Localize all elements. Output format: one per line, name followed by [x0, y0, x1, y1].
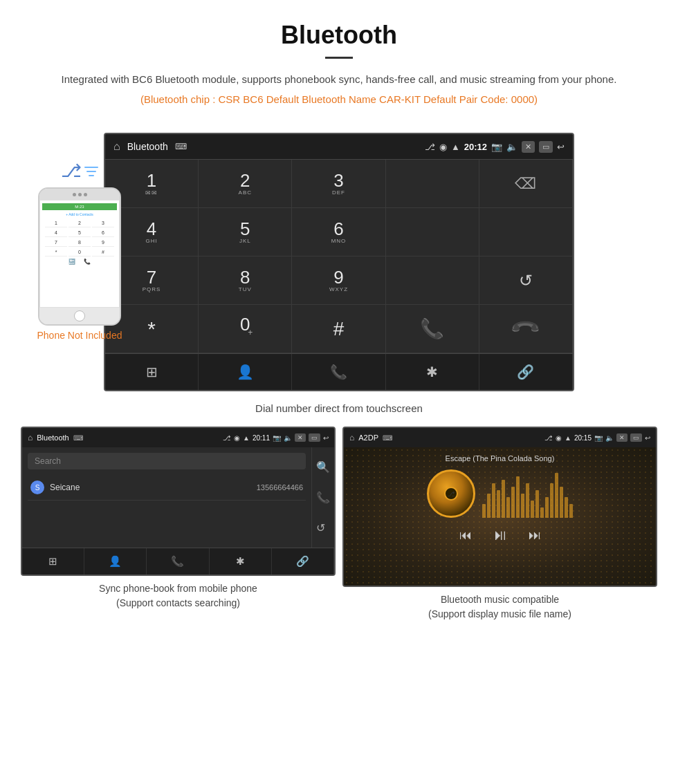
pb-cam-icon[interactable]: 📷 — [273, 434, 281, 442]
dial-key-9[interactable]: 9 WXYZ — [292, 256, 385, 305]
nav-phone[interactable]: 📞 — [292, 354, 385, 390]
pb-back-icon[interactable]: ↩ — [323, 434, 329, 442]
pb-call-icon[interactable]: 📞 — [316, 491, 330, 504]
nav-bluetooth[interactable]: ✱ — [386, 354, 479, 390]
music-usb-icon: ⌨ — [383, 434, 392, 442]
music-time: 20:15 — [574, 434, 592, 442]
bluetooth-status-icon: ⎇ — [425, 142, 435, 152]
phone-image-area: ⎇ M:23 + Add to Contacts 123 — [21, 160, 138, 341]
music-body: Escape (The Pina Colada Song) ⎇ — [344, 447, 656, 586]
signal-icon: ▲ — [451, 142, 460, 152]
music-cam-icon[interactable]: 📷 — [594, 434, 603, 442]
contact-name: Seicane — [50, 483, 257, 492]
main-screen-section: ⎇ M:23 + Add to Contacts 123 — [0, 133, 678, 391]
nav-link[interactable]: 🔗 — [479, 354, 573, 390]
music-disc: ⎇ — [427, 469, 475, 518]
pb-title: Bluetooth — [37, 433, 68, 442]
music-screen: ⌂ A2DP ⌨ ⎇ ◉ ▲ 20:15 📷 🔈 ✕ ▭ ↩ — [342, 427, 657, 587]
back-icon[interactable]: ↩ — [557, 142, 565, 152]
dial-key-hash[interactable]: # — [292, 305, 385, 353]
volume-icon[interactable]: 🔈 — [506, 142, 517, 152]
contact-number: 13566664466 — [257, 483, 303, 492]
pb-loc-icon: ◉ — [234, 434, 240, 442]
pb-sync-icon[interactable]: ↺ — [316, 521, 330, 534]
backspace-button[interactable]: ⌫ — [479, 160, 573, 208]
music-home-icon[interactable]: ⌂ — [349, 433, 354, 442]
nav-dialpad[interactable]: ⊞ — [105, 354, 199, 390]
search-bar[interactable]: Search — [28, 453, 306, 469]
location-icon: ◉ — [439, 142, 447, 152]
music-vol-icon[interactable]: 🔈 — [605, 434, 614, 442]
x-icon[interactable]: ✕ — [522, 141, 535, 153]
bluetooth-specs: (Bluetooth chip : CSR BC6 Default Blueto… — [42, 93, 636, 105]
equalizer-bars — [482, 469, 573, 518]
music-sq-icon[interactable]: ▭ — [630, 433, 642, 442]
camera-icon[interactable]: 📷 — [491, 142, 502, 152]
pb-nav-dialpad[interactable]: ⊞ — [22, 548, 84, 575]
pb-vol-icon[interactable]: 🔈 — [284, 434, 292, 442]
phone-not-included-label: Phone Not Included — [21, 330, 138, 341]
phonebook-screen-section: ⌂ Bluetooth ⌨ ⎇ ◉ ▲ 20:11 📷 🔈 ✕ ▭ ↩ — [21, 427, 336, 622]
music-signal-icon: ▲ — [565, 434, 571, 442]
music-x-icon[interactable]: ✕ — [616, 433, 627, 442]
music-screen-section: ⌂ A2DP ⌨ ⎇ ◉ ▲ 20:15 📷 🔈 ✕ ▭ ↩ — [342, 427, 657, 622]
dial-nav-bar: ⊞ 👤 📞 ✱ 🔗 — [105, 353, 573, 390]
pb-home-icon[interactable]: ⌂ — [28, 433, 33, 442]
pb-nav-phone[interactable]: 📞 — [147, 548, 209, 575]
contact-initial: S — [30, 480, 44, 494]
dial-status-bar: ⌂ Bluetooth ⌨ ⎇ ◉ ▲ 20:12 📷 🔈 ✕ ▭ ↩ — [105, 134, 573, 159]
pb-search-icon[interactable]: 🔍 — [316, 460, 330, 474]
status-time: 20:12 — [464, 142, 487, 152]
pb-time: 20:11 — [253, 434, 270, 442]
song-title: Escape (The Pina Colada Song) — [446, 454, 555, 463]
square-icon[interactable]: ▭ — [539, 141, 553, 153]
disc-inner: ⎇ — [444, 487, 458, 501]
nav-contacts[interactable]: 👤 — [199, 354, 292, 390]
usb-icon: ⌨ — [175, 142, 187, 151]
bluetooth-icon: ⎇ — [61, 160, 82, 182]
pb-nav-link[interactable]: 🔗 — [272, 548, 334, 575]
page-description: Integrated with BC6 Bluetooth module, su… — [42, 71, 636, 88]
music-loc-icon: ◉ — [556, 434, 562, 442]
dial-key-8[interactable]: 8 TUV — [199, 256, 292, 305]
empty-cell-3 — [386, 256, 479, 305]
title-divider — [325, 57, 353, 59]
redial-button[interactable]: ↺ — [479, 256, 573, 305]
dial-key-6[interactable]: 6 MNO — [292, 208, 385, 256]
pb-sq-icon[interactable]: ▭ — [309, 433, 320, 442]
pb-bt-icon: ⎇ — [223, 434, 231, 442]
call-button[interactable]: 📞 — [386, 305, 479, 353]
pb-nav-contacts[interactable]: 👤 — [84, 548, 147, 575]
music-bt-icon: ⎇ — [544, 434, 553, 442]
phonebook-status-bar: ⌂ Bluetooth ⌨ ⎇ ◉ ▲ 20:11 📷 🔈 ✕ ▭ ↩ — [22, 428, 334, 447]
phonebook-content: Search S Seicane 13566664466 🔍 📞 ↺ — [22, 447, 334, 548]
home-icon[interactable]: ⌂ — [113, 140, 120, 153]
dial-key-2[interactable]: 2 ABC — [199, 160, 292, 208]
pb-signal-icon: ▲ — [243, 434, 250, 442]
dial-screen: ⌂ Bluetooth ⌨ ⎇ ◉ ▲ 20:12 📷 🔈 ✕ ▭ ↩ 1 ✉✉ — [104, 133, 574, 391]
display-area — [386, 160, 479, 208]
fast-forward-button[interactable]: ⏭ — [529, 528, 541, 543]
pb-nav-bt[interactable]: ✱ — [210, 548, 272, 575]
dial-screen-title: Bluetooth — [127, 141, 168, 152]
dial-label: Dial number direct from touchscreen — [0, 397, 678, 427]
end-call-button[interactable]: 📞 — [479, 305, 573, 353]
phonebook-caption: Sync phone-book from mobile phone (Suppo… — [21, 581, 336, 610]
search-placeholder: Search — [35, 456, 61, 466]
pb-x-icon[interactable]: ✕ — [295, 433, 306, 442]
play-pause-button[interactable]: ⏯ — [493, 526, 508, 544]
phonebook-side-icons: 🔍 📞 ↺ — [311, 447, 334, 548]
disc-note-icon: ⎇ — [447, 490, 455, 498]
dial-grid: 1 ✉✉ 2 ABC 3 DEF ⌫ 4 GHI 5 JKL — [105, 159, 573, 353]
dial-key-0[interactable]: 0 + — [199, 305, 292, 353]
rewind-button[interactable]: ⏮ — [459, 528, 472, 543]
contact-row[interactable]: S Seicane 13566664466 — [28, 475, 306, 501]
dial-key-5[interactable]: 5 JKL — [199, 208, 292, 256]
music-disc-row: ⎇ — [427, 469, 573, 518]
music-caption: Bluetooth music compatible (Support disp… — [342, 592, 657, 622]
empty-cell-1 — [386, 208, 479, 256]
music-status-bar: ⌂ A2DP ⌨ ⎇ ◉ ▲ 20:15 📷 🔈 ✕ ▭ ↩ — [344, 428, 656, 447]
music-back-icon[interactable]: ↩ — [645, 434, 650, 442]
phonebook-nav-bar: ⊞ 👤 📞 ✱ 🔗 — [22, 548, 334, 575]
dial-key-3[interactable]: 3 DEF — [292, 160, 385, 208]
